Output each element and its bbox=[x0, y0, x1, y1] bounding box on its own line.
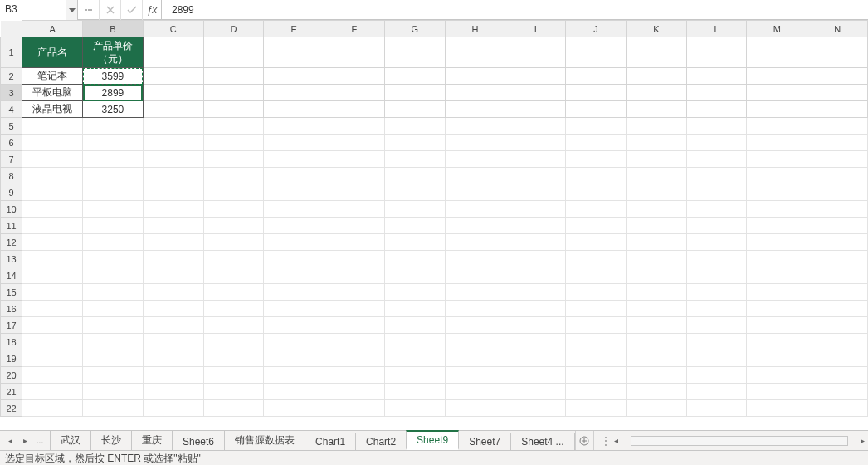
cell-D9[interactable] bbox=[203, 184, 264, 201]
cell-F9[interactable] bbox=[324, 184, 385, 201]
cell-B20[interactable] bbox=[83, 367, 144, 384]
cell-L19[interactable] bbox=[686, 350, 747, 367]
cell-C8[interactable] bbox=[143, 168, 203, 184]
cell-H22[interactable] bbox=[445, 400, 505, 417]
cell-L16[interactable] bbox=[686, 301, 747, 317]
cell-K17[interactable] bbox=[626, 317, 686, 334]
cell-L22[interactable] bbox=[686, 400, 747, 417]
cell-I1[interactable] bbox=[505, 37, 566, 68]
cell-K22[interactable] bbox=[626, 400, 686, 417]
cell-C15[interactable] bbox=[143, 284, 203, 301]
sheet-tab-Sheet9[interactable]: Sheet9 bbox=[406, 430, 459, 450]
cell-F3[interactable] bbox=[324, 85, 385, 101]
cell-C10[interactable] bbox=[143, 201, 203, 218]
cell-I6[interactable] bbox=[505, 135, 566, 151]
row-header-15[interactable]: 15 bbox=[1, 284, 22, 301]
cell-G7[interactable] bbox=[384, 151, 445, 168]
cell-N7[interactable] bbox=[807, 151, 868, 168]
cell-K18[interactable] bbox=[626, 334, 686, 350]
cell-N11[interactable] bbox=[807, 218, 868, 234]
cell-A11[interactable] bbox=[22, 218, 83, 234]
cell-B4[interactable]: 3250 bbox=[83, 101, 144, 118]
cell-J11[interactable] bbox=[566, 218, 627, 234]
row-header-18[interactable]: 18 bbox=[1, 334, 22, 350]
cell-I16[interactable] bbox=[505, 301, 566, 317]
cell-B8[interactable] bbox=[83, 168, 144, 184]
cell-H18[interactable] bbox=[445, 334, 505, 350]
row-header-20[interactable]: 20 bbox=[1, 367, 22, 384]
cell-N3[interactable] bbox=[807, 85, 868, 101]
sheet-tab-销售源数据表[interactable]: 销售源数据表 bbox=[224, 430, 305, 450]
cell-H20[interactable] bbox=[445, 367, 505, 384]
cell-D15[interactable] bbox=[203, 284, 264, 301]
cell-K12[interactable] bbox=[626, 234, 686, 251]
cell-K2[interactable] bbox=[626, 68, 686, 85]
cell-A14[interactable] bbox=[22, 267, 83, 284]
cell-A7[interactable] bbox=[22, 151, 83, 168]
cell-N19[interactable] bbox=[807, 350, 868, 367]
cell-C3[interactable] bbox=[143, 85, 203, 101]
cell-K7[interactable] bbox=[626, 151, 686, 168]
cell-A16[interactable] bbox=[22, 301, 83, 317]
cell-L18[interactable] bbox=[686, 334, 747, 350]
cell-B16[interactable] bbox=[83, 301, 144, 317]
cell-A22[interactable] bbox=[22, 400, 83, 417]
cell-G4[interactable] bbox=[384, 101, 445, 118]
cell-D22[interactable] bbox=[203, 400, 264, 417]
cancel-edit-button[interactable] bbox=[100, 0, 121, 20]
cell-N6[interactable] bbox=[807, 135, 868, 151]
cell-I5[interactable] bbox=[505, 118, 566, 135]
cell-M18[interactable] bbox=[747, 334, 807, 350]
cell-D17[interactable] bbox=[203, 317, 264, 334]
cell-I20[interactable] bbox=[505, 367, 566, 384]
cell-A8[interactable] bbox=[22, 168, 83, 184]
cell-F14[interactable] bbox=[324, 267, 385, 284]
tab-nav-next[interactable]: ▸ bbox=[18, 436, 32, 445]
cell-A19[interactable] bbox=[22, 350, 83, 367]
cell-L17[interactable] bbox=[686, 317, 747, 334]
cell-C4[interactable] bbox=[143, 101, 203, 118]
cell-N18[interactable] bbox=[807, 334, 868, 350]
cell-G5[interactable] bbox=[384, 118, 445, 135]
cell-A21[interactable] bbox=[22, 384, 83, 400]
cell-M5[interactable] bbox=[747, 118, 807, 135]
cell-G6[interactable] bbox=[384, 135, 445, 151]
hscroll-separator-icon[interactable]: ⋮ bbox=[601, 435, 611, 447]
cell-G10[interactable] bbox=[384, 201, 445, 218]
cell-D1[interactable] bbox=[203, 37, 264, 68]
cell-N4[interactable] bbox=[807, 101, 868, 118]
cell-I13[interactable] bbox=[505, 251, 566, 267]
cell-E3[interactable] bbox=[264, 85, 324, 101]
cell-L12[interactable] bbox=[686, 234, 747, 251]
cell-C7[interactable] bbox=[143, 151, 203, 168]
col-header-E[interactable]: E bbox=[264, 21, 324, 37]
cell-N10[interactable] bbox=[807, 201, 868, 218]
row-header-10[interactable]: 10 bbox=[1, 201, 22, 218]
cell-J17[interactable] bbox=[566, 317, 627, 334]
cell-G17[interactable] bbox=[384, 317, 445, 334]
cell-C22[interactable] bbox=[143, 400, 203, 417]
cell-N17[interactable] bbox=[807, 317, 868, 334]
cell-I17[interactable] bbox=[505, 317, 566, 334]
cell-J14[interactable] bbox=[566, 267, 627, 284]
cell-N13[interactable] bbox=[807, 251, 868, 267]
cell-N14[interactable] bbox=[807, 267, 868, 284]
cell-K14[interactable] bbox=[626, 267, 686, 284]
row-header-12[interactable]: 12 bbox=[1, 234, 22, 251]
row-header-4[interactable]: 4 bbox=[1, 101, 22, 118]
cell-E19[interactable] bbox=[264, 350, 324, 367]
cell-F17[interactable] bbox=[324, 317, 385, 334]
cell-N12[interactable] bbox=[807, 234, 868, 251]
cell-L4[interactable] bbox=[686, 101, 747, 118]
cell-H1[interactable] bbox=[445, 37, 505, 68]
cell-G2[interactable] bbox=[384, 68, 445, 85]
cell-F21[interactable] bbox=[324, 384, 385, 400]
cell-J18[interactable] bbox=[566, 334, 627, 350]
cell-L14[interactable] bbox=[686, 267, 747, 284]
cell-C17[interactable] bbox=[143, 317, 203, 334]
insert-function-button[interactable]: ƒx bbox=[143, 0, 161, 20]
cell-H8[interactable] bbox=[445, 168, 505, 184]
cell-K3[interactable] bbox=[626, 85, 686, 101]
cell-C2[interactable] bbox=[143, 68, 203, 85]
row-header-19[interactable]: 19 bbox=[1, 350, 22, 367]
